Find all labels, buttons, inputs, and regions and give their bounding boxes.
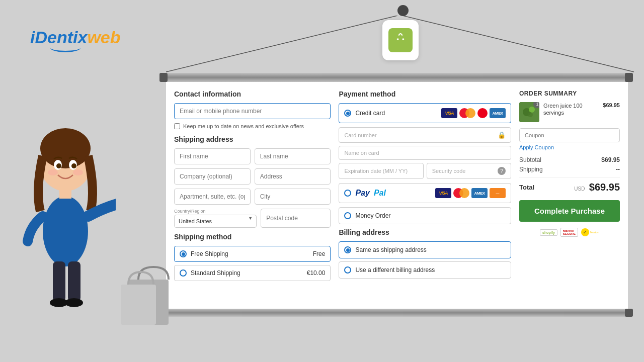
newsletter-label: Keep me up to date on news and exclusive… — [183, 123, 304, 129]
string-left-svg — [166, 16, 403, 76]
hanging-ball — [397, 5, 409, 16]
board-container: iDentixweb Contact information — [0, 0, 644, 362]
character-illustration — [15, 90, 136, 332]
last-name-input[interactable] — [255, 148, 331, 164]
svg-rect-21 — [68, 261, 80, 302]
name-on-card-field[interactable]: Name on card — [339, 146, 511, 160]
paypal-visa-icon: VISA — [435, 188, 451, 198]
svg-point-17 — [73, 169, 83, 175]
shipping-summary-value: -- — [616, 166, 620, 173]
total-currency: USD — [574, 186, 585, 192]
standard-shipping-option[interactable]: Standard Shipping €10.00 — [174, 265, 331, 281]
card-number-field[interactable]: Card number 🔒 — [339, 127, 511, 143]
norton-checkmark: ✓ — [581, 228, 589, 236]
country-label: Country/Region — [174, 209, 257, 214]
total-label: Total — [519, 184, 534, 191]
svg-rect-3 — [397, 38, 399, 40]
same-address-option[interactable]: Same as shipping address — [339, 241, 511, 258]
standard-shipping-left: Standard Shipping — [180, 269, 240, 277]
expiry-field[interactable]: Expiration date (MM / YY) — [339, 163, 423, 179]
paypal-pal: Pal — [374, 189, 386, 198]
apply-coupon-link[interactable]: Apply Coupon — [519, 144, 620, 150]
expiry-security-row: Expiration date (MM / YY) Security code … — [339, 163, 511, 179]
security-help-icon[interactable]: ? — [498, 167, 506, 175]
norton-badge: ✓ Norton — [581, 228, 599, 236]
summary-divider — [519, 177, 620, 177]
svg-point-7 — [529, 107, 535, 113]
security-field[interactable]: Security code ? — [427, 163, 511, 179]
mcafee-badge: McAfeeSECURE — [560, 228, 578, 237]
svg-point-15 — [71, 163, 76, 168]
country-select-wrap: Country/Region United States — [174, 209, 257, 228]
paypal-option[interactable]: PayPal VISA AMEX — — [339, 183, 511, 203]
brand-logo: iDentixweb — [30, 28, 121, 52]
svg-rect-18 — [59, 189, 71, 199]
credit-card-option[interactable]: Credit card VISA AMEX — [339, 103, 511, 123]
company-address-row — [174, 168, 331, 185]
free-shipping-left: Free Shipping — [180, 250, 228, 257]
svg-rect-20 — [53, 261, 65, 302]
svg-point-9 — [43, 196, 88, 266]
payment-section-title: Payment method — [339, 90, 511, 98]
paypal-card-icons: VISA AMEX — — [435, 188, 506, 198]
card-number-placeholder: Card number — [344, 132, 376, 138]
paypal-row: PayPal — [355, 189, 385, 198]
postal-input[interactable] — [261, 209, 331, 228]
free-shipping-price: Free — [313, 250, 326, 257]
free-shipping-option[interactable]: Free Shipping Free — [174, 246, 331, 262]
total-row: Total USD $69.95 — [519, 182, 620, 193]
security-badges: shopify McAfeeSECURE ✓ Norton — [519, 228, 620, 237]
contact-section-title: Contact information — [174, 90, 331, 98]
city-input[interactable] — [255, 189, 331, 205]
top-rod — [164, 73, 629, 82]
subtotal-row: Subtotal $69.95 — [519, 156, 620, 163]
svg-line-1 — [403, 16, 634, 72]
different-address-option[interactable]: Use a different billing address — [339, 261, 511, 279]
mc-debit-icon — [477, 108, 488, 118]
shopify-badge: shopify — [540, 229, 557, 236]
visa-icon: VISA — [441, 108, 457, 118]
shipping-summary-label: Shipping — [519, 166, 543, 173]
svg-line-0 — [166, 16, 397, 72]
svg-point-11 — [40, 128, 91, 168]
country-select[interactable]: United States — [174, 215, 257, 228]
newsletter-checkbox[interactable] — [174, 123, 180, 129]
paypal-radio — [344, 190, 351, 197]
shipping-method-title: Shipping method — [174, 233, 331, 241]
shopify-bag-icon — [388, 28, 413, 52]
newsletter-row: Keep me up to date on news and exclusive… — [174, 123, 331, 129]
free-shipping-label: Free Shipping — [191, 250, 228, 257]
paypal-discover-icon: — — [490, 188, 506, 198]
different-address-label: Use a different billing address — [355, 266, 435, 274]
product-image: 1 — [519, 102, 539, 122]
expiry-placeholder: Expiration date (MM / YY) — [344, 168, 408, 174]
paypal-amex-icon: AMEX — [471, 188, 488, 198]
money-order-radio — [344, 212, 351, 219]
product-row: 1 Green juice 100 servings $69.95 — [519, 102, 620, 122]
free-shipping-radio — [180, 250, 187, 257]
checkout-panel: Contact information Keep me up to date o… — [166, 82, 628, 309]
total-amount-wrap: USD $69.95 — [574, 182, 620, 193]
same-address-radio — [344, 246, 351, 253]
string-right-svg — [403, 16, 639, 76]
email-input[interactable] — [174, 103, 331, 119]
apt-input[interactable] — [174, 189, 251, 205]
right-column: ORDER SUMMARY 1 Green juice 100 servings… — [519, 90, 620, 301]
money-order-option[interactable]: Money Order — [339, 207, 511, 224]
company-input[interactable] — [174, 168, 251, 185]
norton-label: Norton — [590, 231, 599, 234]
svg-point-8 — [528, 112, 533, 117]
order-summary-title: ORDER SUMMARY — [519, 90, 620, 97]
coupon-input[interactable] — [519, 128, 620, 142]
name-row — [174, 148, 331, 164]
shipping-address-title: Shipping address — [174, 135, 331, 143]
apt-city-row — [174, 189, 331, 205]
address-input[interactable] — [255, 168, 331, 185]
complete-purchase-button[interactable]: Complete Purchase — [519, 200, 620, 222]
shopify-logo — [382, 20, 419, 60]
name-on-card-placeholder: Name on card — [344, 150, 379, 156]
first-name-input[interactable] — [174, 148, 251, 164]
paypal-mc-icon — [453, 188, 469, 198]
middle-column: Payment method Credit card VISA AMEX Car… — [339, 90, 511, 301]
lock-icon: 🔒 — [498, 131, 506, 139]
